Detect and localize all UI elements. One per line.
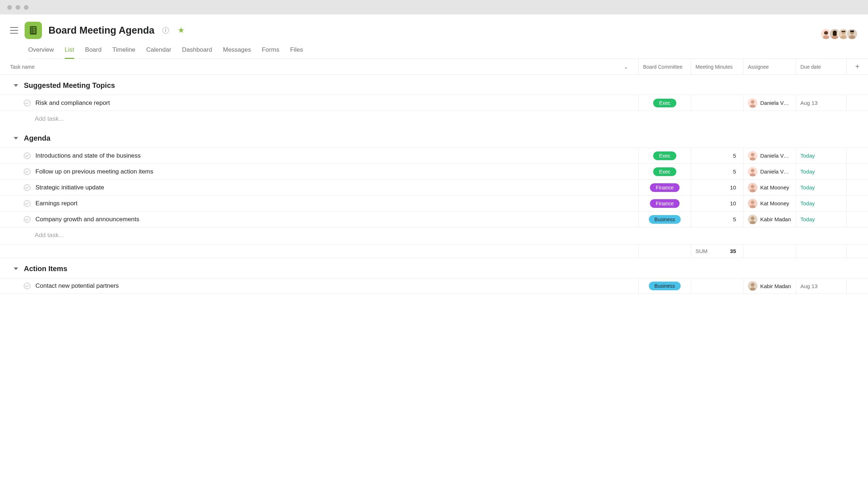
task-row[interactable]: Risk and compliance report Exec Daniela … bbox=[0, 95, 868, 111]
section-caret-icon[interactable] bbox=[14, 137, 18, 140]
tab-forms[interactable]: Forms bbox=[262, 46, 279, 59]
cell-committee[interactable]: Business bbox=[638, 278, 691, 294]
task-main[interactable]: Contact new potential partners bbox=[0, 278, 638, 294]
cell-duedate[interactable]: Today bbox=[796, 180, 846, 195]
section-caret-icon[interactable] bbox=[14, 84, 18, 87]
complete-check-icon[interactable] bbox=[24, 216, 30, 223]
menu-icon[interactable] bbox=[10, 27, 18, 34]
column-committee[interactable]: Board Committee bbox=[638, 59, 691, 74]
avatar[interactable] bbox=[846, 28, 858, 40]
task-main[interactable]: Company growth and announcements bbox=[0, 211, 638, 227]
svg-point-36 bbox=[751, 283, 754, 287]
assignee-avatar bbox=[748, 151, 757, 160]
sum-duedate bbox=[796, 244, 846, 258]
task-name: Earnings report bbox=[35, 200, 77, 207]
cell-committee[interactable]: Exec bbox=[638, 148, 691, 163]
cell-trailing bbox=[846, 180, 868, 195]
cell-assignee[interactable]: Kat Mooney bbox=[743, 196, 796, 211]
cell-assignee[interactable]: Daniela Var... bbox=[743, 95, 796, 111]
cell-trailing bbox=[846, 95, 868, 111]
svg-point-21 bbox=[751, 153, 754, 157]
svg-rect-2 bbox=[31, 30, 32, 30]
task-name: Follow up on previous meeting action ite… bbox=[35, 168, 153, 175]
cell-minutes[interactable]: 5 bbox=[691, 164, 743, 179]
cell-assignee[interactable]: Daniela Var... bbox=[743, 164, 796, 179]
cell-assignee[interactable]: Kat Mooney bbox=[743, 180, 796, 195]
due-label: Today bbox=[800, 168, 815, 175]
complete-check-icon[interactable] bbox=[24, 168, 30, 175]
task-row[interactable]: Company growth and announcements Busines… bbox=[0, 211, 868, 227]
cell-committee[interactable]: Exec bbox=[638, 164, 691, 179]
member-avatars[interactable] bbox=[823, 28, 858, 40]
committee-pill: Finance bbox=[650, 199, 680, 208]
task-main[interactable]: Risk and compliance report bbox=[0, 95, 638, 111]
section-header[interactable]: Suggested Meeting Topics bbox=[0, 75, 868, 95]
due-label: Today bbox=[800, 200, 815, 206]
tab-timeline[interactable]: Timeline bbox=[112, 46, 136, 59]
cell-assignee[interactable]: Daniela Var... bbox=[743, 148, 796, 163]
add-column-button[interactable]: + bbox=[846, 59, 868, 74]
task-row[interactable]: Contact new potential partners Business … bbox=[0, 278, 868, 294]
complete-check-icon[interactable] bbox=[24, 283, 30, 289]
task-main[interactable]: Follow up on previous meeting action ite… bbox=[0, 164, 638, 179]
cell-committee[interactable]: Finance bbox=[638, 196, 691, 211]
task-row[interactable]: Introductions and state of the business … bbox=[0, 147, 868, 163]
cell-trailing bbox=[846, 164, 868, 179]
tab-dashboard[interactable]: Dashboard bbox=[182, 46, 212, 59]
cell-committee[interactable]: Exec bbox=[638, 95, 691, 111]
tab-messages[interactable]: Messages bbox=[223, 46, 251, 59]
tab-board[interactable]: Board bbox=[85, 46, 101, 59]
cell-duedate[interactable]: Aug 13 bbox=[796, 278, 846, 294]
complete-check-icon[interactable] bbox=[24, 200, 30, 207]
add-task-button[interactable]: Add task... bbox=[0, 227, 868, 244]
assignee-avatar bbox=[748, 199, 757, 208]
assignee-name: Kat Mooney bbox=[760, 200, 789, 206]
chevron-down-icon[interactable]: ⌄ bbox=[624, 64, 628, 70]
add-task-button[interactable]: Add task... bbox=[0, 111, 868, 128]
cell-minutes[interactable] bbox=[691, 278, 743, 294]
section-caret-icon[interactable] bbox=[14, 267, 18, 270]
task-row[interactable]: Earnings report Finance 10 Kat Mooney To… bbox=[0, 195, 868, 211]
tab-calendar[interactable]: Calendar bbox=[146, 46, 171, 59]
cell-duedate[interactable]: Today bbox=[796, 196, 846, 211]
complete-check-icon[interactable] bbox=[24, 100, 30, 106]
complete-check-icon[interactable] bbox=[24, 153, 30, 159]
column-assignee[interactable]: Assignee bbox=[743, 59, 796, 74]
task-main[interactable]: Earnings report bbox=[0, 196, 638, 211]
tab-files[interactable]: Files bbox=[290, 46, 303, 59]
task-main[interactable]: Strategic initiative update bbox=[0, 180, 638, 195]
task-main[interactable]: Introductions and state of the business bbox=[0, 148, 638, 163]
cell-trailing bbox=[846, 278, 868, 294]
cell-minutes[interactable]: 10 bbox=[691, 180, 743, 195]
cell-duedate[interactable]: Today bbox=[796, 211, 846, 227]
cell-assignee[interactable]: Kabir Madan bbox=[743, 211, 796, 227]
tab-list[interactable]: List bbox=[65, 46, 74, 59]
cell-duedate[interactable]: Aug 13 bbox=[796, 95, 846, 111]
section-header[interactable]: Agenda bbox=[0, 128, 868, 147]
cell-duedate[interactable]: Today bbox=[796, 164, 846, 179]
column-minutes[interactable]: Meeting Minutes bbox=[691, 59, 743, 74]
cell-minutes[interactable]: 10 bbox=[691, 196, 743, 211]
info-icon[interactable]: i bbox=[162, 27, 169, 34]
committee-pill: Business bbox=[649, 282, 681, 290]
assignee-name: Kabir Madan bbox=[760, 283, 791, 289]
tab-overview[interactable]: Overview bbox=[28, 46, 54, 59]
sum-trailing bbox=[846, 244, 868, 258]
section-header[interactable]: Action Items bbox=[0, 258, 868, 278]
cell-duedate[interactable]: Today bbox=[796, 148, 846, 163]
task-row[interactable]: Follow up on previous meeting action ite… bbox=[0, 163, 868, 179]
task-row[interactable]: Strategic initiative update Finance 10 K… bbox=[0, 179, 868, 195]
task-name: Contact new potential partners bbox=[35, 282, 119, 290]
assignee-name: Daniela Var... bbox=[760, 100, 791, 106]
cell-assignee[interactable]: Kabir Madan bbox=[743, 278, 796, 294]
star-icon[interactable]: ★ bbox=[178, 26, 185, 35]
cell-minutes[interactable]: 5 bbox=[691, 148, 743, 163]
column-duedate[interactable]: Due date bbox=[796, 59, 846, 74]
cell-minutes[interactable]: 5 bbox=[691, 211, 743, 227]
cell-committee[interactable]: Finance bbox=[638, 180, 691, 195]
complete-check-icon[interactable] bbox=[24, 184, 30, 191]
cell-committee[interactable]: Business bbox=[638, 211, 691, 227]
svg-rect-1 bbox=[31, 27, 32, 28]
cell-minutes[interactable] bbox=[691, 95, 743, 111]
column-taskname[interactable]: Task name ⌄ bbox=[0, 59, 638, 74]
